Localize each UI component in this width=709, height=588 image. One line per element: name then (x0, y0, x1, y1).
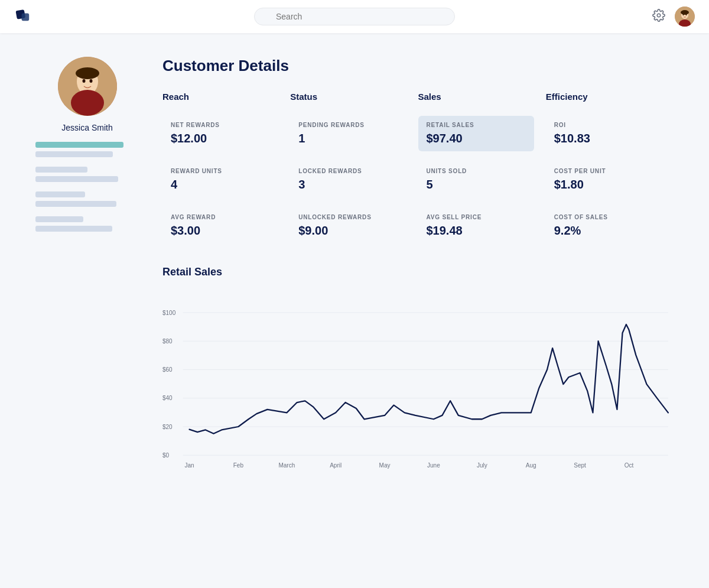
svg-point-15 (89, 79, 92, 83)
sidebar-bar (35, 151, 113, 157)
chart-container: $100 $80 $60 $40 $20 $0 (162, 290, 674, 491)
svg-point-16 (76, 67, 99, 79)
header (0, 0, 709, 33)
stat-label: COST PER UNIT (554, 168, 653, 174)
stat-net-rewards: NET REWARDS $12.00 (162, 116, 278, 151)
stat-label: RETAIL SALES (427, 122, 526, 128)
chart-section: Retail Sales $100 $80 $60 $40 $20 $0 (162, 266, 674, 491)
sidebar-bar (35, 226, 112, 232)
svg-text:Aug: Aug (526, 462, 536, 469)
stat-value: $9.00 (298, 224, 398, 238)
svg-text:Feb: Feb (233, 462, 244, 469)
svg-text:June: June (427, 462, 440, 469)
svg-text:Jan: Jan (184, 462, 194, 469)
main-content: Customer Details Reach NET REWARDS $12.0… (162, 57, 674, 491)
stat-cost-per-unit: COST PER UNIT $1.80 (546, 162, 662, 197)
header-right (652, 7, 695, 27)
stat-label: UNLOCKED REWARDS (298, 214, 398, 220)
svg-point-14 (82, 79, 85, 83)
stat-label: UNITS SOLD (427, 168, 526, 174)
sidebar-bar-group-3 (35, 191, 139, 207)
stat-reward-units: REWARD UNITS 4 (162, 162, 278, 197)
sidebar-bar (35, 201, 116, 207)
retail-sales-chart: $100 $80 $60 $40 $20 $0 (162, 290, 674, 491)
sidebar-bar-group-2 (35, 167, 139, 182)
sidebar-bar-group-4 (35, 216, 139, 232)
sidebar-user-name: Jessica Smith (61, 123, 112, 132)
stat-value: 9.2% (554, 224, 653, 238)
svg-text:May: May (379, 462, 391, 469)
reach-label: Reach (162, 92, 278, 106)
stat-label: ROI (554, 122, 653, 128)
stat-value: $12.00 (171, 132, 270, 145)
status-label: Status (290, 92, 406, 106)
main-layout: Jessica Smith Customer Details (0, 33, 709, 515)
sales-label: Sales (418, 92, 534, 106)
stat-label: AVG REWARD (171, 214, 270, 220)
user-avatar[interactable] (675, 7, 695, 27)
stat-label: PENDING REWARDS (298, 122, 398, 128)
chart-line (190, 324, 668, 434)
svg-point-17 (71, 90, 104, 116)
svg-text:$40: $40 (162, 395, 173, 401)
stat-value: 1 (298, 132, 398, 145)
settings-icon[interactable] (652, 9, 665, 25)
stat-label: REWARD UNITS (171, 168, 270, 174)
stat-value: $10.83 (554, 132, 653, 145)
svg-text:Oct: Oct (625, 462, 634, 469)
svg-text:$80: $80 (162, 338, 173, 345)
efficiency-section: Efficiency ROI $10.83 COST PER UNIT $1.8… (546, 92, 674, 254)
svg-text:March: March (278, 462, 295, 469)
svg-text:$100: $100 (162, 310, 176, 316)
svg-point-4 (657, 14, 661, 17)
stat-pending-rewards: PENDING REWARDS 1 (290, 116, 406, 151)
stat-label: COST OF SALES (554, 214, 653, 220)
stat-locked-rewards: LOCKED REWARDS 3 (290, 162, 406, 197)
svg-point-11 (681, 10, 689, 15)
stat-value: $19.48 (427, 224, 526, 238)
sidebar-bar (35, 142, 123, 148)
svg-text:April: April (330, 462, 342, 469)
svg-text:$20: $20 (162, 424, 173, 430)
reach-section: Reach NET REWARDS $12.00 REWARD UNITS 4 … (162, 92, 290, 254)
stat-value: 4 (171, 178, 270, 191)
page-title: Customer Details (162, 57, 674, 75)
stat-avg-sell-price: AVG SELL PRICE $19.48 (418, 208, 534, 243)
sales-section: Sales RETAIL SALES $97.40 UNITS SOLD 5 A… (418, 92, 546, 254)
chart-title: Retail Sales (162, 266, 674, 278)
svg-text:Sept: Sept (574, 462, 586, 469)
sidebar-bar (35, 167, 87, 173)
stat-label: AVG SELL PRICE (427, 214, 526, 220)
stat-cost-of-sales: COST OF SALES 9.2% (546, 208, 662, 243)
search-input[interactable] (254, 8, 455, 25)
stat-label: LOCKED REWARDS (298, 168, 398, 174)
efficiency-label: Efficiency (546, 92, 662, 106)
app-logo (14, 6, 35, 27)
svg-rect-1 (22, 14, 30, 21)
sidebar-bar (35, 176, 118, 182)
svg-text:$60: $60 (162, 366, 173, 373)
svg-text:$0: $0 (162, 452, 170, 459)
stat-value: 5 (427, 178, 526, 191)
sidebar-bar (35, 216, 83, 222)
status-section: Status PENDING REWARDS 1 LOCKED REWARDS … (290, 92, 418, 254)
stat-value: 3 (298, 178, 398, 191)
stat-unlocked-rewards: UNLOCKED REWARDS $9.00 (290, 208, 406, 243)
stat-avg-reward: AVG REWARD $3.00 (162, 208, 278, 243)
stat-value: $1.80 (554, 178, 653, 191)
stat-value: $97.40 (427, 132, 526, 145)
sidebar-bar-group-1 (35, 142, 139, 157)
stat-retail-sales: RETAIL SALES $97.40 (418, 116, 534, 151)
stat-label: NET REWARDS (171, 122, 270, 128)
stats-row: Reach NET REWARDS $12.00 REWARD UNITS 4 … (162, 92, 674, 254)
sidebar: Jessica Smith (35, 57, 139, 491)
stat-units-sold: UNITS SOLD 5 (418, 162, 534, 197)
sidebar-bar (35, 191, 85, 197)
stat-roi: ROI $10.83 (546, 116, 662, 151)
svg-text:July: July (477, 462, 487, 469)
stat-value: $3.00 (171, 224, 270, 238)
sidebar-avatar (58, 57, 117, 116)
